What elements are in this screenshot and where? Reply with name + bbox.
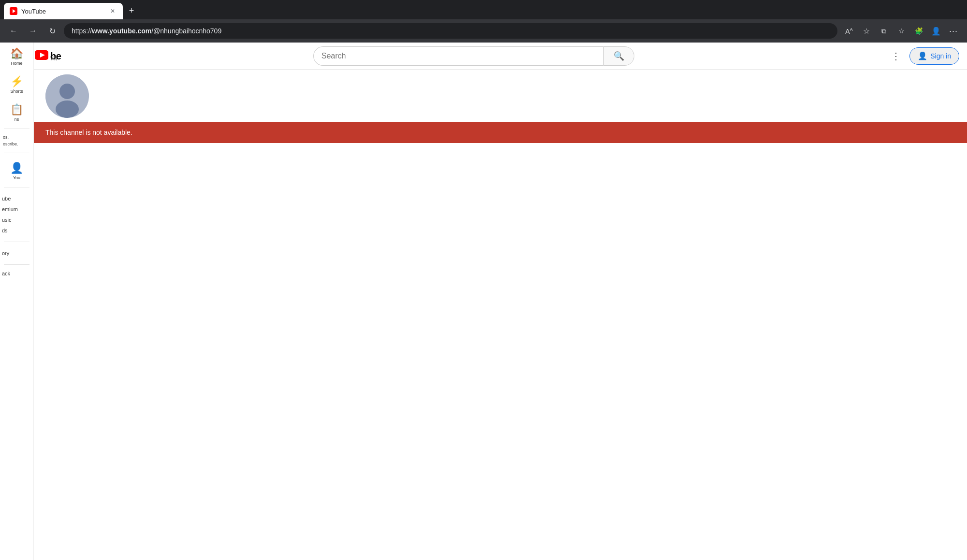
- tab-title: YouTube: [21, 8, 104, 15]
- svg-point-6: [56, 101, 79, 118]
- sidebar-you[interactable]: 👤 You: [0, 157, 33, 185]
- sidebar-divider-4: [4, 242, 29, 242]
- svg-point-5: [59, 84, 75, 99]
- sidebar-text-group-1: os, oscribe.: [0, 131, 33, 149]
- search-icon: 🔍: [614, 51, 624, 61]
- sidebar-footer-section: ube emium usic ds: [0, 189, 33, 240]
- sidebar-divider-1: [4, 129, 29, 129]
- footer-usic: usic: [2, 215, 31, 225]
- extensions-button[interactable]: 🧩: [911, 23, 926, 39]
- error-message: This channel is not available.: [45, 129, 132, 136]
- font-size-button[interactable]: AA: [841, 23, 857, 39]
- footer-ory: ory: [2, 248, 31, 258]
- channel-info-area: [34, 70, 967, 118]
- font-size-icon: AA: [845, 27, 852, 35]
- channel-content: This channel is not available.: [34, 70, 967, 560]
- browser-window: YouTube ✕ + ← → ↻ https://www.youtube.co…: [0, 0, 967, 43]
- youtube-header: be VN 🔍 ⋮ 👤 Sign in: [0, 43, 967, 70]
- youtube-app: be VN 🔍 ⋮ 👤 Sign in 🏠: [0, 43, 967, 560]
- yt-logo-icon: [35, 50, 48, 62]
- search-button[interactable]: 🔍: [603, 46, 634, 66]
- footer-ds: ds: [2, 225, 31, 236]
- address-path: /@nhungbaihocnho709: [151, 27, 221, 35]
- collection-icon: ☆: [898, 27, 905, 35]
- sidebar-subscriptions[interactable]: 📋 ns: [0, 99, 33, 127]
- footer-emium: emium: [2, 204, 31, 215]
- youtube-logo[interactable]: be VN: [35, 50, 61, 62]
- refresh-button[interactable]: ↻: [44, 23, 60, 39]
- new-tab-button[interactable]: +: [125, 4, 138, 17]
- main-area: 🏠 Home ▶ Shorts 📋 ns: [0, 70, 967, 560]
- browser-actions: AA ☆ ⧉ ☆ 🧩 👤 ···: [841, 23, 961, 39]
- search-input[interactable]: [313, 46, 603, 66]
- sidebar-divider-5: [4, 264, 29, 265]
- active-tab[interactable]: YouTube ✕: [4, 3, 123, 19]
- back-button[interactable]: ←: [6, 23, 21, 39]
- address-bar[interactable]: https://www.youtube.com/@nhungbaihocnho7…: [64, 23, 837, 39]
- ellipsis-icon: ···: [949, 26, 958, 36]
- sign-in-person-icon: 👤: [918, 51, 927, 60]
- star-icon: ☆: [863, 27, 870, 36]
- sidebar-shorts[interactable]: ⚡ Shorts: [0, 71, 33, 99]
- profile-icon: 👤: [931, 27, 941, 36]
- forward-button[interactable]: →: [25, 23, 41, 39]
- search-area: 🔍: [69, 46, 879, 66]
- tab-close-button[interactable]: ✕: [108, 7, 117, 15]
- settings-button[interactable]: ···: [946, 23, 961, 39]
- sidebar-overlay: 🏠 Home ⚡ Shorts 📋 ns os, oscribe. 👤 You …: [0, 43, 34, 560]
- footer-ube: ube: [2, 193, 31, 204]
- yt-logo-country: VN: [50, 56, 61, 61]
- collections-button[interactable]: ☆: [894, 23, 909, 39]
- footer-ack: ack: [2, 271, 31, 276]
- sidebar-footer-section-2: ory: [0, 244, 33, 262]
- sidebar-footer-section-3: ack: [0, 267, 33, 280]
- tab-favicon: [10, 7, 17, 15]
- address-bar-row: ← → ↻ https://www.youtube.com/@nhungbaih…: [0, 19, 967, 43]
- split-icon: ⧉: [881, 27, 886, 35]
- sign-in-button[interactable]: 👤 Sign in: [909, 47, 959, 65]
- split-screen-button[interactable]: ⧉: [876, 23, 892, 39]
- more-options-button[interactable]: ⋮: [886, 46, 906, 66]
- error-banner: This channel is not available.: [34, 122, 967, 143]
- sidebar-divider-2: [4, 153, 29, 153]
- sidebar-divider-3: [4, 187, 29, 187]
- header-right: ⋮ 👤 Sign in: [886, 46, 959, 66]
- favorites-button[interactable]: ☆: [859, 23, 874, 39]
- channel-avatar: [45, 74, 89, 118]
- empty-content-area: [34, 143, 967, 433]
- address-text: https://www.youtube.com/@nhungbaihocnho7…: [72, 27, 221, 35]
- extensions-icon: 🧩: [915, 27, 923, 35]
- profile-button[interactable]: 👤: [928, 23, 944, 39]
- sign-in-label: Sign in: [930, 52, 951, 60]
- address-domain: www.youtube.com: [92, 27, 151, 35]
- address-scheme: https://: [72, 27, 92, 35]
- tab-bar: YouTube ✕ +: [0, 0, 967, 19]
- sidebar-home[interactable]: 🏠 Home: [0, 43, 33, 71]
- more-options-icon: ⋮: [891, 50, 901, 62]
